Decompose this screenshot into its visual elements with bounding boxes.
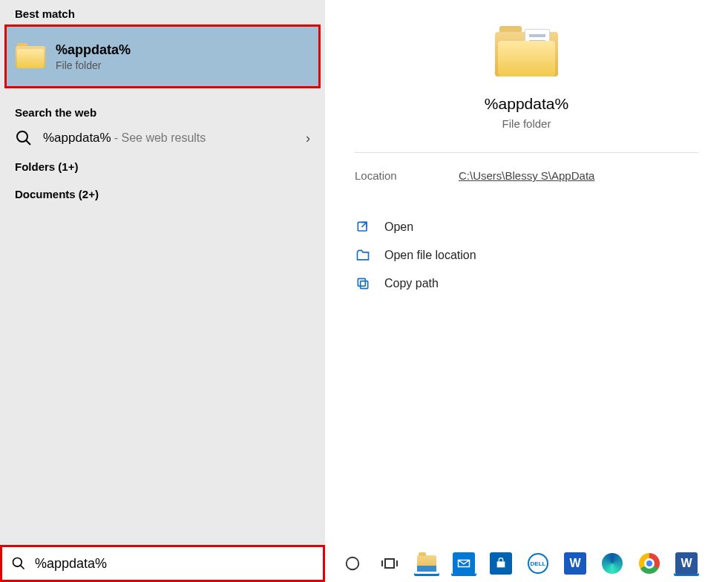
documents-category[interactable]: Documents (2+)	[0, 180, 325, 208]
web-result-row[interactable]: %appdata% - See web results ›	[0, 123, 325, 153]
open-icon	[355, 219, 371, 235]
store-button[interactable]	[488, 551, 514, 576]
svg-rect-4	[358, 278, 365, 286]
svg-line-6	[21, 566, 24, 569]
svg-point-7	[347, 558, 359, 570]
svg-line-1	[26, 140, 30, 145]
chevron-right-icon: ›	[306, 131, 310, 146]
taskbar-row: DELL W W	[0, 545, 728, 582]
search-results-pane: Best match %appdata% File folder Search …	[0, 0, 325, 545]
word-online-button[interactable]: W	[563, 551, 588, 576]
web-result-query: %appdata%	[43, 131, 111, 146]
folders-category[interactable]: Folders (1+)	[0, 153, 325, 180]
open-action[interactable]: Open	[355, 219, 698, 235]
svg-rect-8	[385, 559, 394, 568]
web-result-hint: - See web results	[114, 131, 206, 145]
search-input[interactable]	[35, 556, 314, 572]
preview-subtitle: File folder	[502, 117, 551, 130]
preview-title: %appdata%	[485, 95, 568, 113]
folder-large-icon	[495, 26, 558, 82]
word-button[interactable]: W	[674, 551, 699, 576]
cortana-button[interactable]	[340, 551, 365, 576]
open-location-icon	[355, 247, 371, 264]
copy-path-action[interactable]: Copy path	[355, 275, 698, 292]
folder-icon	[16, 42, 45, 71]
open-location-label: Open file location	[384, 249, 476, 262]
best-match-title: %appdata%	[56, 42, 131, 58]
svg-point-5	[13, 558, 22, 567]
svg-point-0	[17, 131, 27, 142]
search-box-highlight	[0, 545, 325, 582]
search-icon	[11, 556, 26, 571]
location-label: Location	[355, 169, 459, 182]
best-match-heading: Best match	[0, 0, 325, 24]
open-label: Open	[384, 220, 413, 234]
task-view-button[interactable]	[377, 551, 402, 576]
preview-pane: %appdata% File folder Location C:\Users\…	[325, 0, 728, 545]
best-match-subtitle: File folder	[56, 59, 131, 71]
edge-button[interactable]	[600, 551, 625, 576]
search-web-heading: Search the web	[0, 99, 325, 123]
copy-path-label: Copy path	[384, 277, 439, 290]
copy-icon	[355, 275, 371, 292]
dell-button[interactable]: DELL	[525, 551, 551, 576]
location-path-link[interactable]: C:\Users\Blessy S\AppData	[459, 169, 594, 182]
open-file-location-action[interactable]: Open file location	[355, 247, 698, 264]
mail-button[interactable]	[451, 551, 476, 576]
file-explorer-button[interactable]	[414, 551, 439, 576]
svg-rect-3	[361, 281, 368, 289]
search-icon	[15, 129, 33, 147]
svg-rect-11	[497, 561, 505, 567]
chrome-button[interactable]	[637, 551, 662, 576]
best-match-highlight: %appdata% File folder	[4, 24, 321, 88]
best-match-result[interactable]: %appdata% File folder	[7, 27, 318, 86]
